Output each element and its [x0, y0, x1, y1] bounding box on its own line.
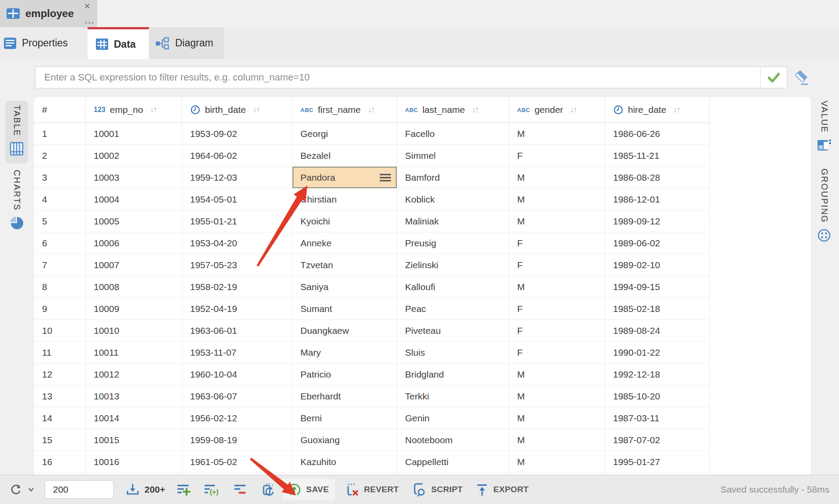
- cell-last_name[interactable]: Simmel: [397, 145, 509, 167]
- cell-row-number[interactable]: 1: [34, 123, 86, 145]
- cell-last_name[interactable]: Bamford: [397, 167, 509, 189]
- cell-row-number[interactable]: 6: [34, 232, 86, 254]
- cell-hire_date[interactable]: 1992-12-18: [605, 364, 710, 385]
- cell-first_name[interactable]: Patricio: [293, 364, 397, 385]
- cell-first_name[interactable]: Pandora: [293, 167, 397, 189]
- export-button[interactable]: EXPORT: [475, 483, 529, 497]
- cell-hire_date[interactable]: 1995-01-27: [605, 451, 710, 473]
- cell-birth_date[interactable]: 1954-05-01: [182, 189, 293, 210]
- cell-row-number[interactable]: 11: [34, 342, 86, 364]
- doc-tab-employee[interactable]: employee: [0, 0, 97, 27]
- sidebar-item-table[interactable]: TABLE: [5, 101, 28, 164]
- refresh-button[interactable]: [9, 482, 34, 497]
- cell-emp_no[interactable]: 10001: [86, 123, 182, 145]
- cell-first_name[interactable]: Berni: [293, 407, 397, 429]
- cell-emp_no[interactable]: 10010: [86, 320, 182, 342]
- cell-row-number[interactable]: 16: [34, 451, 86, 473]
- cell-emp_no[interactable]: 10009: [86, 298, 182, 320]
- cell-hire_date[interactable]: 1986-06-26: [605, 123, 710, 145]
- cell-gender[interactable]: M: [509, 167, 605, 189]
- sort-icon[interactable]: ↓↑: [368, 105, 374, 115]
- refresh-cell-value-button[interactable]: [261, 482, 276, 497]
- cell-gender[interactable]: M: [509, 210, 605, 232]
- cell-first_name[interactable]: Georgi: [293, 123, 397, 145]
- cell-hire_date[interactable]: 1987-07-02: [605, 429, 710, 451]
- cell-last_name[interactable]: Maliniak: [397, 210, 509, 232]
- column-header-row-number[interactable]: #: [34, 97, 86, 122]
- cell-birth_date[interactable]: 1959-12-03: [182, 167, 293, 189]
- cell-first_name[interactable]: Duangkaew: [293, 320, 397, 342]
- sort-icon[interactable]: ↓↑: [150, 105, 157, 115]
- cell-last_name[interactable]: Piveteau: [397, 320, 509, 342]
- cell-birth_date[interactable]: 1955-01-21: [182, 210, 293, 232]
- cell-birth_date[interactable]: 1960-10-04: [182, 364, 293, 385]
- cell-last_name[interactable]: Bridgland: [397, 364, 509, 385]
- fetch-next-page-button[interactable]: 200+: [125, 483, 165, 497]
- sort-icon[interactable]: ↓↑: [472, 105, 479, 115]
- cell-last_name[interactable]: Genin: [397, 407, 509, 429]
- cell-row-number[interactable]: 7: [34, 254, 86, 276]
- cell-emp_no[interactable]: 10007: [86, 254, 182, 276]
- cell-row-number[interactable]: 8: [34, 276, 86, 298]
- cell-first_name[interactable]: Kazuhito: [293, 451, 397, 473]
- cell-first_name[interactable]: Saniya: [293, 276, 397, 298]
- cell-gender[interactable]: F: [509, 232, 605, 254]
- cell-birth_date[interactable]: 1953-04-20: [182, 232, 293, 254]
- cell-hire_date[interactable]: 1989-09-12: [605, 210, 710, 232]
- cell-emp_no[interactable]: 10008: [86, 276, 182, 298]
- cell-birth_date[interactable]: 1959-08-19: [182, 429, 293, 451]
- cell-emp_no[interactable]: 10004: [86, 189, 182, 210]
- cell-last_name[interactable]: Kalloufi: [397, 276, 509, 298]
- cell-gender[interactable]: M: [509, 123, 605, 145]
- duplicate-row-button[interactable]: (+): [204, 483, 221, 497]
- cell-row-number[interactable]: 15: [34, 429, 86, 451]
- column-header-gender[interactable]: ABCgender↓↑: [509, 97, 605, 122]
- cell-gender[interactable]: M: [509, 429, 605, 451]
- cell-emp_no[interactable]: 10012: [86, 364, 182, 385]
- cell-row-number[interactable]: 5: [34, 210, 86, 232]
- cell-last_name[interactable]: Cappelletti: [397, 451, 509, 473]
- cell-hire_date[interactable]: 1989-08-24: [605, 320, 710, 342]
- cell-row-number[interactable]: 4: [34, 189, 86, 210]
- sidebar-item-value[interactable]: VALUE: [813, 101, 835, 152]
- cell-gender[interactable]: F: [509, 298, 605, 320]
- cell-birth_date[interactable]: 1956-02-12: [182, 407, 293, 429]
- tab-diagram[interactable]: Diagram: [149, 27, 224, 59]
- cell-hire_date[interactable]: 1985-02-18: [605, 298, 710, 320]
- cell-last_name[interactable]: Preusig: [397, 232, 509, 254]
- cell-birth_date[interactable]: 1953-11-07: [182, 342, 293, 364]
- cell-last_name[interactable]: Nooteboom: [397, 429, 509, 451]
- cell-hire_date[interactable]: 1985-10-20: [605, 385, 710, 407]
- cell-gender[interactable]: M: [509, 189, 605, 210]
- cell-emp_no[interactable]: 10005: [86, 210, 182, 232]
- tab-overflow-icon[interactable]: …: [85, 15, 95, 26]
- cell-birth_date[interactable]: 1953-09-02: [182, 123, 293, 145]
- cell-first_name[interactable]: Eberhardt: [293, 385, 397, 407]
- column-header-first_name[interactable]: ABCfirst_name↓↑: [293, 97, 397, 122]
- cell-emp_no[interactable]: 10003: [86, 167, 182, 189]
- cell-first_name[interactable]: Mary: [293, 342, 397, 364]
- column-header-hire_date[interactable]: hire_date↓↑: [605, 97, 710, 122]
- cell-hire_date[interactable]: 1990-01-22: [605, 342, 710, 364]
- row-limit-input[interactable]: [45, 480, 114, 499]
- cell-gender[interactable]: M: [509, 407, 605, 429]
- cell-birth_date[interactable]: 1964-06-02: [182, 145, 293, 167]
- cell-first_name[interactable]: Bezalel: [293, 145, 397, 167]
- cell-hire_date[interactable]: 1985-11-21: [605, 145, 710, 167]
- delete-row-button[interactable]: [233, 483, 247, 497]
- tab-data[interactable]: Data: [88, 27, 149, 59]
- cell-birth_date[interactable]: 1957-05-23: [182, 254, 293, 276]
- cell-hire_date[interactable]: 1986-08-28: [605, 167, 710, 189]
- cell-birth_date[interactable]: 1952-04-19: [182, 298, 293, 320]
- cell-emp_no[interactable]: 10015: [86, 429, 182, 451]
- sql-filter-input[interactable]: Enter a SQL expression to filter results…: [35, 66, 787, 88]
- cell-row-number[interactable]: 3: [34, 167, 86, 189]
- cell-first_name[interactable]: Kyoichi: [293, 210, 397, 232]
- cell-last_name[interactable]: Sluis: [397, 342, 509, 364]
- cell-last_name[interactable]: Zielinski: [397, 254, 509, 276]
- save-button[interactable]: SAVE: [282, 479, 335, 500]
- apply-filter-button[interactable]: [760, 67, 787, 88]
- cell-first_name[interactable]: Sumant: [293, 298, 397, 320]
- cell-emp_no[interactable]: 10013: [86, 385, 182, 407]
- cell-gender[interactable]: M: [509, 276, 605, 298]
